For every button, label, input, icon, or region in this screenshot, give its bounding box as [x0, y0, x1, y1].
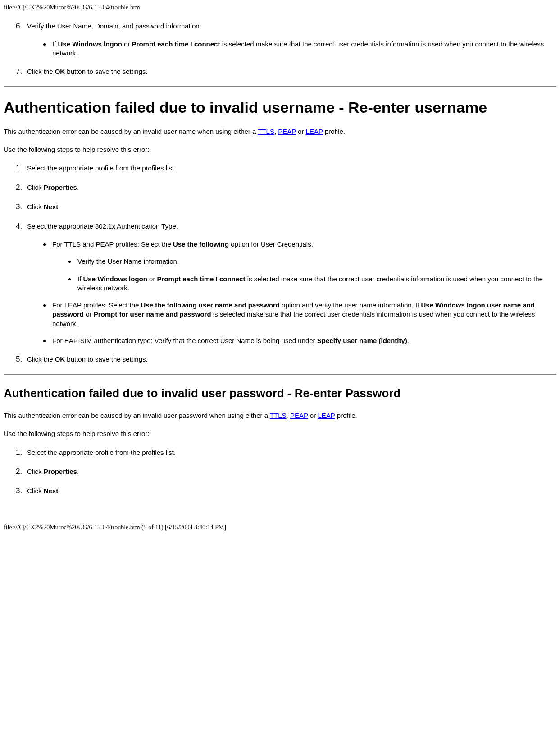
txt: .: [77, 184, 79, 191]
txt: profile.: [323, 128, 345, 135]
link-peap[interactable]: PEAP: [290, 412, 308, 419]
paragraph: This authentication error can be caused …: [4, 411, 556, 420]
url-header: file:///C|/CX2%20Muroc%20UG/6-15-04/trou…: [4, 4, 556, 12]
txt: option for User Credentials.: [229, 240, 313, 248]
bold: Properties: [44, 184, 77, 191]
txt: or: [308, 412, 318, 419]
link-ttls[interactable]: TTLS: [270, 412, 287, 419]
txt: If: [52, 40, 58, 48]
section-heading-username: Authentication failed due to invalid use…: [4, 98, 556, 117]
txt: Click the: [27, 355, 55, 363]
top-ordered-list-c: Select the appropriate profile from the …: [4, 448, 556, 497]
txt: Click the: [27, 68, 55, 75]
txt: option and verify the user name informat…: [280, 301, 421, 309]
divider: [4, 374, 556, 375]
txt: or: [296, 128, 306, 135]
link-leap[interactable]: LEAP: [306, 128, 323, 135]
bold: Next: [44, 203, 59, 211]
txt: For EAP-SIM authentication type: Verify …: [52, 337, 317, 344]
txt: Click: [27, 203, 44, 211]
list-item: If Use Windows logon or Prompt each time…: [76, 275, 556, 293]
list-item: Click Properties.: [24, 183, 556, 193]
list-item: Select the appropriate 802.1x Authentica…: [24, 221, 556, 345]
txt: Click: [27, 468, 44, 475]
bold: Specify user name (identity): [317, 337, 407, 344]
list-item: Click Next.: [24, 202, 556, 212]
link-peap[interactable]: PEAP: [278, 128, 296, 135]
nested-list: Verify the User Name information. If Use…: [52, 257, 556, 293]
bold: OK: [55, 355, 65, 363]
list-item: For EAP-SIM authentication type: Verify …: [50, 336, 556, 345]
bold: Properties: [44, 468, 77, 475]
txt: Click: [27, 184, 44, 191]
txt: or: [147, 275, 157, 283]
top-ordered-list-b: Select the appropriate profile from the …: [4, 163, 556, 365]
bold: Use the following: [173, 240, 229, 248]
list-item: Click the OK button to save the settings…: [24, 354, 556, 365]
txt: profile.: [335, 412, 357, 419]
txt: For LEAP profiles: Select the: [52, 301, 141, 309]
list-item: Verify the User Name information.: [76, 257, 556, 266]
txt: or: [122, 40, 132, 48]
txt: Select the appropriate profile from the …: [27, 164, 176, 172]
list-item: For LEAP profiles: Select the Use the fo…: [50, 301, 556, 328]
paragraph: Use the following steps to help resolve …: [4, 145, 556, 154]
txt: If: [77, 275, 83, 283]
txt: This authentication error can be caused …: [4, 412, 270, 419]
bold: Prompt each time I connect: [157, 275, 246, 283]
list-item: For TTLS and PEAP profiles: Select the U…: [50, 240, 556, 293]
bold: Use the following user name and password: [141, 301, 280, 309]
list-item: Verify the User Name, Domain, and passwo…: [24, 21, 556, 58]
txt: .: [58, 203, 60, 211]
bold: OK: [55, 68, 65, 75]
txt: This authentication error can be caused …: [4, 128, 258, 135]
top-ordered-list-a: Verify the User Name, Domain, and passwo…: [4, 21, 556, 77]
list-item: Click the OK button to save the settings…: [24, 67, 556, 77]
txt: .: [407, 337, 409, 344]
txt: For TTLS and PEAP profiles: Select the: [52, 240, 173, 248]
link-ttls[interactable]: TTLS: [258, 128, 274, 135]
sub-list: For TTLS and PEAP profiles: Select the U…: [27, 240, 556, 345]
txt: Select the appropriate profile from the …: [27, 449, 176, 456]
txt: Select the appropriate 802.1x Authentica…: [27, 222, 178, 230]
list-item: Click Next.: [24, 486, 556, 496]
bold: Prompt for user name and password: [94, 310, 211, 318]
paragraph: This authentication error can be caused …: [4, 127, 556, 136]
txt: button to save the settings.: [65, 355, 147, 363]
bold: Use Windows logon: [58, 40, 122, 48]
list-item: If Use Windows logon or Prompt each time…: [50, 40, 556, 58]
list-item: Select the appropriate profile from the …: [24, 163, 556, 174]
txt: button to save the settings.: [65, 68, 147, 75]
page-footer: file:///C|/CX2%20Muroc%20UG/6-15-04/trou…: [4, 523, 556, 532]
txt: .: [77, 468, 79, 475]
txt: or: [84, 310, 94, 318]
txt: Click: [27, 487, 44, 495]
bold: Prompt each time I connect: [132, 40, 220, 48]
list-item-text: Verify the User Name, Domain, and passwo…: [27, 22, 201, 30]
divider: [4, 86, 556, 87]
list-item: Select the appropriate profile from the …: [24, 448, 556, 458]
txt: ,: [274, 128, 278, 135]
section-heading-password: Authentication failed due to invalid use…: [4, 385, 556, 401]
link-leap[interactable]: LEAP: [318, 412, 335, 419]
bold: Next: [44, 487, 59, 495]
paragraph: Use the following steps to help resolve …: [4, 429, 556, 438]
sub-list: If Use Windows logon or Prompt each time…: [27, 40, 556, 58]
txt: ,: [287, 412, 290, 419]
list-item: Click Properties.: [24, 467, 556, 477]
list-item-text: Click the OK button to save the settings…: [27, 68, 148, 75]
bold: Use Windows logon: [83, 275, 147, 283]
txt: .: [58, 487, 60, 495]
